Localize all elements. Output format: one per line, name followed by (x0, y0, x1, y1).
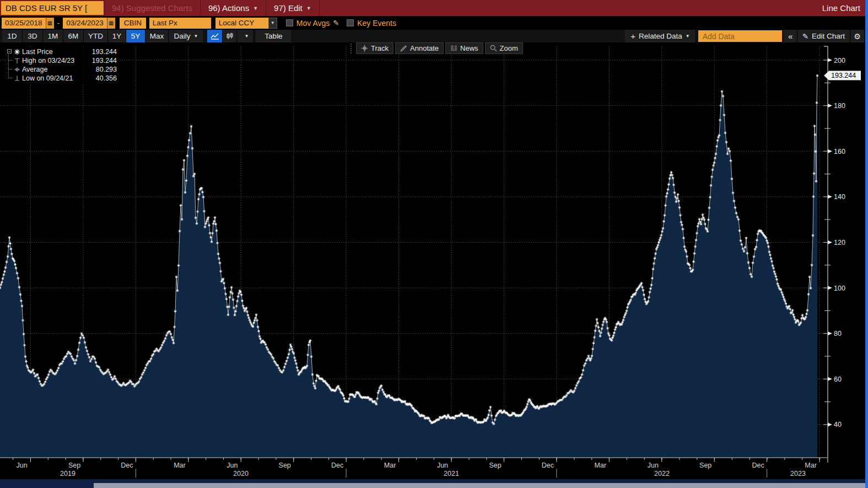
chart-toolbar: 1D 3D 1M 6M YTD 1Y 5Y Max Daily ▼ ▼ Tabl… (0, 30, 868, 42)
svg-text:Dec: Dec (331, 462, 343, 469)
legend-value: 193.244 (88, 48, 117, 56)
track-label: Track (371, 44, 389, 52)
frequency-select[interactable]: Daily ▼ (169, 30, 204, 42)
svg-text:Sep: Sep (489, 462, 501, 469)
legend-label: High on 03/24/23 (22, 57, 88, 65)
plus-icon: + (630, 31, 635, 41)
date-from-group: 03/25/2018 ▦ (2, 18, 54, 29)
line-chart-type-button[interactable] (207, 30, 223, 42)
calendar-icon[interactable]: ▦ (107, 18, 115, 29)
svg-text:60: 60 (834, 376, 842, 383)
edit-chart-button[interactable]: ✎ Edit Chart (797, 30, 850, 42)
table-button[interactable]: Table (256, 30, 292, 42)
svg-text:2023: 2023 (790, 470, 806, 478)
period-5y-button[interactable]: 5Y (126, 30, 145, 42)
menu-suggested-charts[interactable]: 94) Suggested Charts (104, 0, 201, 16)
legend-value: 40.356 (88, 74, 117, 82)
annotate-label: Annotate (410, 44, 439, 52)
price-plot[interactable]: 200180160140120100806040JunSepDecMarJunS… (0, 42, 868, 488)
security-ticker-field[interactable]: DB CDS EUR SR 5Y [ (1, 1, 104, 15)
collapse-panel-button[interactable]: « (784, 30, 797, 42)
pencil-icon[interactable]: ✎ (333, 19, 339, 27)
menu-actions[interactable]: 96) Actions ▼ (201, 0, 266, 16)
svg-text:Mar: Mar (595, 462, 607, 469)
menubar: DB CDS EUR SR 5Y [ 94) Suggested Charts … (0, 0, 868, 16)
last-price-flag: 193.244 (824, 71, 861, 80)
svg-text:Jun: Jun (437, 462, 448, 469)
svg-text:Dec: Dec (752, 462, 764, 469)
period-1y-button[interactable]: 1Y (108, 30, 126, 42)
legend-value: 80.293 (88, 66, 117, 73)
period-6m-button[interactable]: 6M (63, 30, 84, 42)
average-marker-icon (14, 66, 20, 73)
price-field-input[interactable]: Last Px (149, 18, 211, 29)
annotate-button[interactable]: Annotate (395, 42, 444, 54)
chart-legend[interactable]: − Last Price 193.244 High on 03/24/23 1 (6, 47, 119, 84)
chart-area[interactable]: Track Annotate News Zoom (0, 42, 868, 488)
period-1d-button[interactable]: 1D (2, 30, 23, 42)
menu-edit[interactable]: 97) Edit ▼ (266, 0, 320, 16)
svg-text:Dec: Dec (542, 462, 554, 469)
related-data-button[interactable]: + Related Data ▼ (625, 30, 696, 42)
period-1m-button[interactable]: 1M (43, 30, 63, 42)
svg-text:Sep: Sep (68, 462, 80, 469)
high-marker-icon (14, 57, 20, 64)
svg-text:100: 100 (834, 285, 845, 292)
legend-value: 193.244 (88, 57, 117, 65)
collapse-box-icon[interactable]: − (7, 49, 12, 53)
svg-text:Mar: Mar (805, 462, 817, 469)
candlestick-icon (226, 33, 234, 40)
mov-avgs-checkbox[interactable] (286, 19, 293, 26)
annotate-pencil-icon (400, 45, 407, 52)
legend-row-average[interactable]: Average 80.293 (7, 65, 117, 74)
pencil-icon: ✎ (802, 32, 808, 41)
svg-text:Sep: Sep (699, 462, 711, 469)
zoom-button[interactable]: Zoom (485, 42, 523, 54)
period-ytd-button[interactable]: YTD (84, 30, 108, 42)
legend-label: Last Price (22, 48, 88, 56)
date-range-dash: - (57, 19, 60, 28)
svg-text:200: 200 (834, 57, 845, 65)
chart-type-dropdown-button[interactable]: ▼ (237, 30, 254, 42)
chevron-down-icon: ▼ (245, 34, 249, 39)
mov-avgs-label: Mov Avgs (296, 19, 330, 28)
legend-tree-stub (8, 60, 12, 61)
currency-select[interactable]: Local CCY (215, 18, 268, 29)
frequency-label: Daily (174, 32, 191, 40)
period-3d-button[interactable]: 3D (23, 30, 43, 42)
add-data-input[interactable]: Add Data (698, 30, 782, 42)
chevron-down-icon: ▼ (194, 34, 198, 39)
low-marker-icon (14, 75, 20, 82)
date-from-input[interactable]: 03/25/2018 (2, 18, 46, 29)
legend-label: Average (22, 66, 88, 73)
key-events-checkbox[interactable] (347, 19, 354, 26)
candle-chart-type-button[interactable] (223, 30, 237, 42)
svg-text:Jun: Jun (17, 462, 28, 469)
news-button[interactable]: News (445, 42, 483, 54)
last-price-marker-icon (14, 49, 20, 55)
drag-handle-icon[interactable] (351, 44, 353, 53)
svg-text:2021: 2021 (444, 470, 459, 478)
bloomberg-terminal-window: DB CDS EUR SR 5Y [ 94) Suggested Charts … (0, 0, 868, 488)
menu-actions-label: 96) Actions (208, 3, 249, 13)
period-max-button[interactable]: Max (145, 30, 169, 42)
svg-text:80: 80 (834, 330, 842, 337)
settings-gear-button[interactable]: ⚙ (850, 30, 865, 42)
source-field[interactable]: CBIN (120, 18, 146, 29)
svg-text:120: 120 (834, 239, 845, 246)
gear-icon: ⚙ (854, 32, 861, 41)
magnifier-icon (490, 45, 497, 52)
legend-tree-stub (8, 69, 12, 69)
chart-floating-toolbar: Track Annotate News Zoom (351, 42, 523, 54)
legend-row-high[interactable]: High on 03/24/23 193.244 (7, 56, 117, 65)
svg-text:Jun: Jun (648, 462, 659, 469)
legend-row-low[interactable]: Low on 09/24/21 40.356 (7, 74, 117, 83)
key-events-label: Key Events (357, 19, 396, 28)
date-to-input[interactable]: 03/24/2023 (63, 18, 107, 29)
currency-dropdown-button[interactable]: ▼ (268, 18, 277, 29)
track-button[interactable]: Track (356, 42, 393, 54)
legend-row-last-price[interactable]: − Last Price 193.244 (7, 47, 117, 56)
legend-tree-stub (8, 78, 12, 78)
window-right-edge (865, 0, 868, 488)
calendar-icon[interactable]: ▦ (46, 18, 54, 29)
